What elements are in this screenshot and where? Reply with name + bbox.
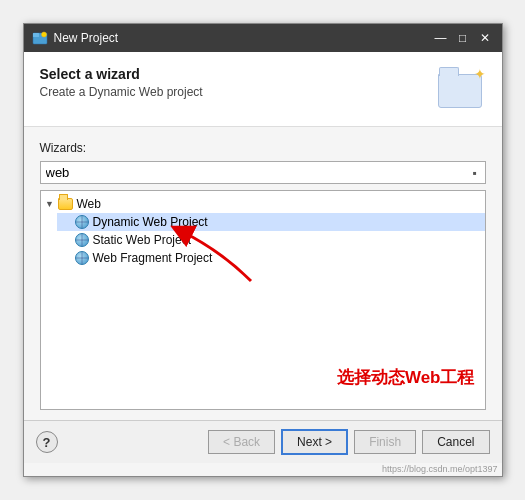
finish-button[interactable]: Finish	[354, 430, 416, 454]
tree-item-web-fragment[interactable]: Web Fragment Project	[57, 249, 485, 267]
footer-area: ? < Back Next > Finish Cancel	[24, 420, 502, 463]
search-row: ▪	[40, 161, 486, 184]
title-bar: New Project ― □ ✕	[24, 24, 502, 52]
search-clear-button[interactable]: ▪	[465, 163, 485, 183]
header-text: Select a wizard Create a Dynamic Web pro…	[40, 66, 203, 99]
wizards-label: Wizards:	[40, 141, 486, 155]
expand-arrow-web: ▼	[45, 199, 55, 209]
svg-rect-1	[33, 33, 39, 37]
back-button[interactable]: < Back	[208, 430, 275, 454]
minimize-button[interactable]: ―	[432, 29, 450, 47]
dialog-icon	[32, 30, 48, 46]
header-image: ✦	[438, 66, 486, 114]
new-project-dialog: New Project ― □ ✕ Select a wizard Create…	[23, 23, 503, 477]
star-badge: ✦	[474, 66, 486, 82]
watermark: https://blog.csdn.me/opt1397	[24, 463, 502, 476]
folder-icon-web	[58, 196, 74, 212]
title-bar-text: New Project	[54, 31, 426, 45]
tree-item-dynamic-web[interactable]: Dynamic Web Project	[57, 213, 485, 231]
search-input[interactable]	[41, 162, 465, 183]
tree-label-static-web: Static Web Project	[93, 233, 191, 247]
tree-label-dynamic-web: Dynamic Web Project	[93, 215, 208, 229]
cancel-button[interactable]: Cancel	[422, 430, 489, 454]
annotation-text: 选择动态Web工程	[337, 366, 475, 389]
help-button[interactable]: ?	[36, 431, 58, 453]
header-area: Select a wizard Create a Dynamic Web pro…	[24, 52, 502, 127]
close-button[interactable]: ✕	[476, 29, 494, 47]
tree-label-web: Web	[77, 197, 101, 211]
tree-group-web: ▼ Web Dynamic Web Project	[41, 195, 485, 267]
dynamic-web-icon	[74, 214, 90, 230]
header-subtitle: Create a Dynamic Web project	[40, 85, 203, 99]
next-button[interactable]: Next >	[281, 429, 348, 455]
title-bar-controls: ― □ ✕	[432, 29, 494, 47]
tree-children-web: Dynamic Web Project Static Web Project	[41, 213, 485, 267]
static-web-icon	[74, 232, 90, 248]
tree-item-static-web[interactable]: Static Web Project	[57, 231, 485, 249]
tree-item-web-group[interactable]: ▼ Web	[41, 195, 485, 213]
header-title: Select a wizard	[40, 66, 203, 82]
maximize-button[interactable]: □	[454, 29, 472, 47]
tree-label-web-fragment: Web Fragment Project	[93, 251, 213, 265]
web-fragment-icon	[74, 250, 90, 266]
body-area: Wizards: ▪ ▼ Web	[24, 127, 502, 420]
tree-container: ▼ Web Dynamic Web Project	[40, 190, 486, 410]
